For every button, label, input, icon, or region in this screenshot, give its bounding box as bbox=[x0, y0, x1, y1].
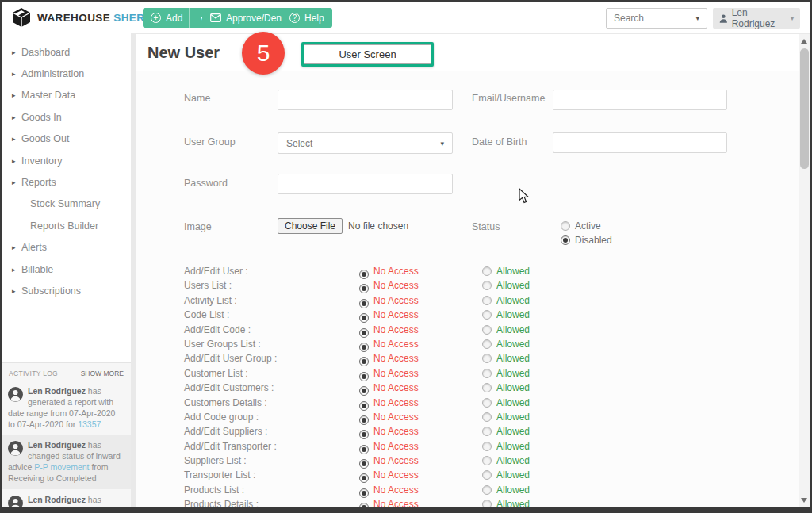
permission-row: Add Code group :No AccessAllowed bbox=[136, 410, 799, 424]
status-radio-active[interactable] bbox=[561, 221, 570, 231]
avatar-icon bbox=[8, 441, 23, 456]
email-input[interactable] bbox=[553, 90, 727, 110]
sidebar-item-reports-builder[interactable]: Reports Builder bbox=[2, 215, 131, 236]
no-access-radio[interactable] bbox=[359, 445, 369, 454]
scroll-up-arrow-icon[interactable] bbox=[801, 39, 807, 44]
permission-row: User Groups List :No AccessAllowed bbox=[136, 337, 799, 351]
no-access-label: No Access bbox=[373, 469, 419, 480]
activity-user-name: Len Rodriguez bbox=[28, 386, 86, 396]
no-access-label: No Access bbox=[373, 324, 419, 335]
allowed-radio[interactable] bbox=[482, 325, 492, 335]
no-access-radio[interactable] bbox=[359, 343, 369, 352]
name-label: Name bbox=[184, 93, 210, 104]
no-access-radio[interactable] bbox=[359, 488, 369, 498]
avatar-icon bbox=[8, 496, 23, 507]
permission-label: Customers Details : bbox=[184, 397, 267, 408]
permission-label: Products List : bbox=[184, 484, 244, 496]
window-bottom-border bbox=[2, 507, 810, 511]
allowed-radio[interactable] bbox=[482, 339, 492, 349]
activity-log-entry: Len Rodriguez has changed status of inwa… bbox=[2, 435, 131, 488]
chevron-down-icon: ▾ bbox=[440, 140, 444, 147]
no-access-radio[interactable] bbox=[359, 328, 369, 338]
allowed-label: Allowed bbox=[496, 397, 530, 408]
no-access-label: No Access bbox=[373, 426, 419, 437]
allowed-radio[interactable] bbox=[482, 470, 492, 480]
sidebar-item-subscriptions[interactable]: ▸Subscriptions bbox=[2, 280, 131, 301]
activity-user-name: Len Rodriguez bbox=[28, 495, 86, 504]
approve-deny-button[interactable]: Approve/Deny bbox=[202, 8, 294, 28]
allowed-label: Allowed bbox=[496, 469, 530, 480]
allowed-radio[interactable] bbox=[482, 354, 492, 363]
no-access-radio[interactable] bbox=[359, 459, 369, 469]
allowed-radio[interactable] bbox=[482, 442, 492, 451]
sidebar-item-dashboard[interactable]: ▸Dashboard bbox=[2, 41, 131, 63]
permission-label: Products Details : bbox=[184, 499, 259, 507]
name-input[interactable] bbox=[278, 90, 453, 110]
allowed-radio[interactable] bbox=[482, 427, 492, 436]
sidebar-item-label: Reports bbox=[21, 177, 56, 188]
allowed-radio[interactable] bbox=[482, 456, 492, 465]
no-access-radio[interactable] bbox=[359, 430, 369, 439]
sidebar-item-goods-in[interactable]: ▸Goods In bbox=[2, 106, 131, 128]
no-access-radio[interactable] bbox=[359, 386, 369, 396]
sidebar-item-label: Goods In bbox=[21, 112, 62, 123]
no-access-radio[interactable] bbox=[359, 313, 369, 323]
status-radio-disabled[interactable] bbox=[561, 235, 570, 245]
sidebar-item-reports[interactable]: ▸Reports bbox=[2, 171, 131, 193]
sidebar-item-inventory[interactable]: ▸Inventory bbox=[2, 150, 131, 171]
choose-file-button[interactable]: Choose File bbox=[278, 218, 343, 234]
allowed-radio[interactable] bbox=[482, 296, 492, 305]
no-access-radio[interactable] bbox=[359, 284, 369, 293]
permission-row: Products Details :No AccessAllowed bbox=[136, 497, 799, 507]
user-menu[interactable]: Len Rodriguez ▾ bbox=[713, 8, 800, 29]
no-access-radio[interactable] bbox=[359, 473, 369, 483]
no-access-radio[interactable] bbox=[359, 270, 369, 279]
sidebar-item-billable[interactable]: ▸Billable bbox=[2, 258, 131, 280]
annotation-step-badge: 5 bbox=[242, 32, 285, 75]
add-button[interactable]: + Add ▾ bbox=[143, 8, 211, 28]
sidebar-item-stock-summary[interactable]: Stock Summary bbox=[2, 193, 131, 215]
allowed-radio[interactable] bbox=[482, 266, 492, 276]
search-dropdown[interactable]: Search ▾ bbox=[606, 8, 707, 29]
sidebar-item-master-data[interactable]: ▸Master Data bbox=[2, 85, 131, 106]
sidebar-item-alerts[interactable]: ▸Alerts bbox=[2, 237, 131, 258]
show-more-link[interactable]: SHOW MORE bbox=[81, 369, 124, 377]
no-access-label: No Access bbox=[373, 499, 419, 507]
allowed-radio[interactable] bbox=[482, 485, 492, 495]
permission-row: Products List :No AccessAllowed bbox=[136, 483, 799, 497]
no-access-radio[interactable] bbox=[359, 372, 369, 381]
vertical-scrollbar[interactable] bbox=[799, 34, 810, 507]
user-screen-button[interactable]: User Screen bbox=[301, 42, 434, 67]
chevron-right-icon: ▸ bbox=[12, 135, 21, 143]
no-access-radio[interactable] bbox=[359, 401, 369, 411]
sidebar-item-label: Master Data bbox=[21, 90, 75, 101]
status-label: Status bbox=[472, 221, 500, 232]
allowed-radio[interactable] bbox=[482, 500, 492, 507]
sidebar-item-goods-out[interactable]: ▸Goods Out bbox=[2, 128, 131, 150]
no-access-radio[interactable] bbox=[359, 357, 369, 366]
no-access-radio[interactable] bbox=[359, 299, 369, 308]
allowed-radio[interactable] bbox=[482, 281, 492, 290]
allowed-label: Allowed bbox=[496, 295, 530, 306]
user-group-select[interactable]: Select ▾ bbox=[278, 132, 453, 154]
activity-link[interactable]: 13357 bbox=[78, 419, 101, 429]
permission-label: Customer List : bbox=[184, 368, 248, 379]
password-input[interactable] bbox=[278, 174, 453, 194]
scroll-down-arrow-icon[interactable] bbox=[801, 498, 807, 503]
dob-input[interactable] bbox=[553, 132, 727, 153]
scrollbar-thumb[interactable] bbox=[800, 48, 809, 169]
help-button[interactable]: ? Help bbox=[282, 8, 332, 28]
button-divider bbox=[189, 8, 190, 28]
activity-log-header: ACTIVITY LOG SHOW MORE bbox=[2, 363, 131, 381]
allowed-radio[interactable] bbox=[482, 412, 492, 422]
allowed-radio[interactable] bbox=[482, 398, 492, 408]
allowed-radio[interactable] bbox=[482, 383, 492, 392]
allowed-radio[interactable] bbox=[482, 310, 492, 320]
allowed-radio[interactable] bbox=[482, 369, 492, 378]
sidebar-item-label: Inventory bbox=[21, 155, 62, 167]
no-access-radio[interactable] bbox=[359, 415, 369, 425]
sidebar-item-label: Administration bbox=[21, 68, 84, 79]
activity-link[interactable]: P-P movement bbox=[34, 462, 89, 472]
sidebar-item-administration[interactable]: ▸Administration bbox=[2, 63, 131, 84]
sidebar-item-label: Reports Builder bbox=[30, 220, 98, 232]
